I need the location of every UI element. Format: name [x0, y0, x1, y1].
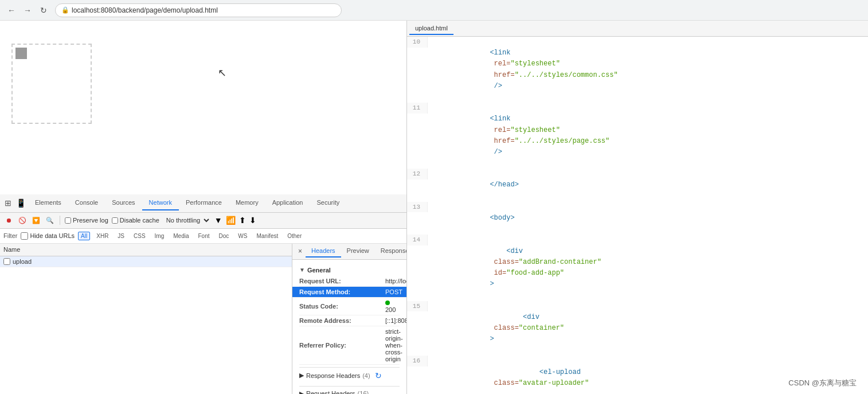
- tab-performance[interactable]: Performance: [179, 196, 229, 210]
- details-tab-preview[interactable]: Preview: [341, 245, 375, 258]
- hide-data-urls-label[interactable]: Hide data URLs: [21, 232, 75, 240]
- response-headers-section: ▶ Response Headers (4) ↻: [299, 367, 400, 384]
- devtools-tabs: ⊞ 📱 Elements Console Sources Network Per…: [0, 194, 406, 213]
- disable-cache-checkbox[interactable]: Disable cache: [112, 217, 159, 224]
- clear-button[interactable]: 🚫: [17, 215, 28, 225]
- csdn-watermark: CSDN @东离与糖宝: [788, 378, 857, 388]
- request-headers-toggle[interactable]: ▶ Request Headers (16): [299, 387, 400, 395]
- response-headers-toggle[interactable]: ▶ Response Headers (4) ↻: [299, 368, 400, 384]
- request-details: × Headers Preview Response ▼ General Req…: [292, 244, 406, 395]
- back-button[interactable]: ←: [5, 3, 18, 17]
- status-dot: [385, 301, 390, 305]
- filter-manifest[interactable]: Manifest: [253, 232, 281, 240]
- request-headers-section: ▶ Request Headers (16): [299, 386, 400, 395]
- request-list-header: Name: [0, 244, 292, 256]
- disable-cache-label: Disable cache: [120, 217, 159, 224]
- record-button[interactable]: ⏺: [3, 215, 14, 225]
- filter-js[interactable]: JS: [115, 232, 127, 240]
- referrer-policy-key: Referrer Policy:: [299, 342, 385, 349]
- details-tab-response[interactable]: Response: [375, 245, 406, 258]
- url-bar[interactable]: 🔒 localhost:8080/backend/page/demo/uploa…: [55, 3, 342, 17]
- wifi-icon[interactable]: 📶: [226, 216, 236, 225]
- source-panel: upload.html 10 <link rel="stylesheet" hr…: [407, 21, 868, 394]
- filter-doc[interactable]: Doc: [216, 232, 232, 240]
- browser-window: ← → ↻ 🔒 localhost:8080/backend/page/demo…: [0, 0, 868, 394]
- tab-security[interactable]: Security: [310, 196, 346, 210]
- details-close-button[interactable]: ×: [295, 246, 306, 256]
- general-title: General: [307, 267, 331, 274]
- code-line-16: 16 <el-upload class="avatar-uploader": [407, 356, 868, 394]
- request-headers-title: Request Headers: [306, 390, 355, 394]
- upload-icon[interactable]: ⬆: [239, 216, 246, 225]
- remote-address-key: Remote Address:: [299, 317, 385, 324]
- details-tab-headers[interactable]: Headers: [306, 245, 341, 258]
- details-tabs: × Headers Preview Response: [292, 244, 406, 260]
- code-line-15: 15 <div class="container" >: [407, 301, 868, 356]
- preserve-log-checkbox[interactable]: Preserve log: [65, 217, 108, 224]
- referrer-policy-value: strict-origin-when-cross-origin: [385, 328, 403, 362]
- general-toggle[interactable]: ▼: [299, 267, 305, 273]
- download-icon[interactable]: ⬇: [249, 216, 256, 225]
- remote-address-row: Remote Address: [::1]:8080: [299, 315, 400, 326]
- filter-css[interactable]: CSS: [131, 232, 148, 240]
- nav-buttons: ← → ↻: [5, 3, 50, 17]
- request-list-body: upload: [0, 256, 292, 395]
- request-url-key: Request URL:: [299, 278, 385, 284]
- hide-data-urls-checkbox[interactable]: [21, 232, 28, 240]
- request-list: Name upload: [0, 244, 292, 395]
- broken-image-icon: [15, 48, 27, 59]
- refresh-icon[interactable]: ↻: [375, 371, 382, 380]
- code-line-13: 13 <body>: [407, 202, 868, 235]
- upload-box[interactable]: [11, 44, 92, 124]
- tab-application[interactable]: Application: [265, 196, 310, 210]
- referrer-policy-row: Referrer Policy: strict-origin-when-cros…: [299, 326, 400, 365]
- devtools-panel-icon[interactable]: ⊞: [2, 198, 14, 208]
- request-url-value: http://localhost:8080/common/upload: [385, 278, 406, 284]
- tab-network[interactable]: Network: [142, 196, 179, 210]
- throttle-dropdown-icon[interactable]: ▼: [214, 216, 222, 225]
- network-panel: Name upload × Headers Preview: [0, 244, 406, 395]
- search-button[interactable]: 🔍: [45, 215, 55, 225]
- code-line-14: 14 <div class="addBrand-container" id="f…: [407, 235, 868, 301]
- status-code-key: Status Code:: [299, 303, 385, 310]
- mobile-icon[interactable]: 📱: [14, 198, 28, 208]
- preserve-log-input[interactable]: [65, 217, 71, 224]
- address-bar: ← → ↻ 🔒 localhost:8080/backend/page/demo…: [0, 0, 868, 21]
- tab-memory[interactable]: Memory: [229, 196, 265, 210]
- page-preview: ↖ ⊞ 📱 Elements Console Sources Network P…: [0, 21, 407, 394]
- request-method-value: POST: [385, 288, 402, 295]
- forward-button[interactable]: →: [21, 3, 34, 17]
- url-text: localhost:8080/backend/page/demo/upload.…: [72, 6, 218, 14]
- separator-1: [60, 216, 60, 225]
- throttle-select[interactable]: No throttling: [163, 216, 211, 225]
- filter-button[interactable]: 🔽: [31, 215, 41, 225]
- page-content: ↖: [0, 21, 406, 194]
- request-row-upload[interactable]: upload: [0, 256, 292, 267]
- source-tab-upload[interactable]: upload.html: [409, 22, 453, 35]
- hide-data-urls-text: Hide data URLs: [30, 232, 75, 239]
- filter-xhr[interactable]: XHR: [93, 232, 111, 240]
- filter-other[interactable]: Other: [284, 232, 304, 240]
- cursor-icon: ↖: [218, 67, 226, 79]
- filter-ws[interactable]: WS: [235, 232, 250, 240]
- request-headers-arrow: ▶: [299, 390, 304, 395]
- request-headers-count: (16): [358, 390, 369, 394]
- filter-all[interactable]: All: [78, 232, 90, 240]
- remote-address-value: [::1]:8080: [385, 317, 406, 324]
- status-code-row: Status Code: 200: [299, 298, 400, 315]
- tab-sources[interactable]: Sources: [105, 196, 142, 210]
- filter-img[interactable]: Img: [152, 232, 167, 240]
- disable-cache-input[interactable]: [112, 217, 118, 224]
- request-name-upload: upload: [13, 258, 32, 265]
- refresh-button[interactable]: ↻: [37, 3, 50, 17]
- tab-console[interactable]: Console: [68, 196, 105, 210]
- filter-font[interactable]: Font: [196, 232, 213, 240]
- request-checkbox-upload[interactable]: [3, 258, 10, 265]
- general-section-header: ▼ General: [299, 264, 400, 276]
- filter-media[interactable]: Media: [170, 232, 191, 240]
- tab-elements[interactable]: Elements: [28, 196, 68, 210]
- request-method-key: Request Method:: [299, 288, 385, 295]
- main-area: ↖ ⊞ 📱 Elements Console Sources Network P…: [0, 21, 868, 394]
- code-line-12: 12 </head>: [407, 169, 868, 202]
- response-headers-count: (4): [362, 372, 370, 379]
